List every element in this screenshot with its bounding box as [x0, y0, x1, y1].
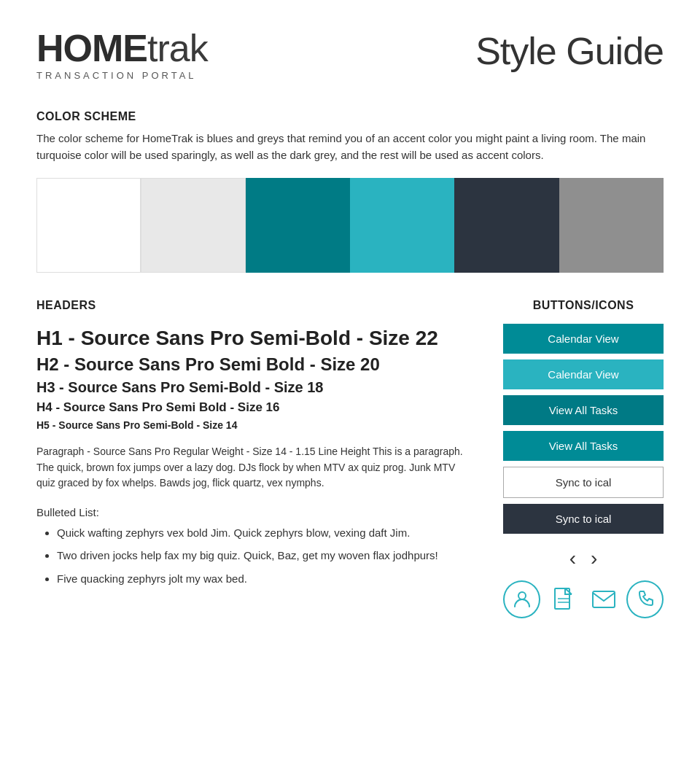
logo-main: HOMEtrak — [36, 29, 208, 67]
btn-row-2: Calendar View — [503, 359, 664, 389]
h1-demo: H1 - Source Sans Pro Semi-Bold - Size 22 — [36, 327, 474, 350]
logo-subtitle: TRANSACTION PORTAL — [36, 70, 208, 81]
logo-trak: trak — [147, 27, 208, 69]
swatch-medium-grey — [559, 178, 664, 273]
list-item: Five quacking zephyrs jolt my wax bed. — [57, 570, 474, 587]
color-swatches — [36, 178, 664, 273]
sync-ical-button-2[interactable]: Sync to ical — [503, 504, 664, 534]
page-header: HOMEtrak TRANSACTION PORTAL Style Guide — [36, 29, 664, 81]
icons-row — [503, 580, 664, 618]
phone-icon[interactable] — [626, 580, 664, 618]
swatch-dark-navy — [454, 178, 559, 273]
buttons-section: BUTTONS/ICONS Calendar View Calendar Vie… — [503, 299, 664, 618]
btn-row-4: View All Tasks — [503, 431, 664, 461]
btn-row-6: Sync to ical — [503, 504, 664, 534]
color-scheme-title: COLOR SCHEME — [36, 110, 664, 123]
right-arrow-icon[interactable]: › — [585, 544, 603, 573]
color-scheme-description: The color scheme for HomeTrak is blues a… — [36, 131, 664, 163]
calendar-view-button-2[interactable]: Calendar View — [503, 359, 664, 389]
page-title: Style Guide — [475, 29, 664, 73]
bulleted-label: Bulleted List: — [36, 506, 474, 518]
swatch-teal-dark — [246, 178, 350, 273]
swatch-light-grey — [141, 178, 245, 273]
two-column-layout: HEADERS H1 - Source Sans Pro Semi-Bold -… — [36, 299, 664, 618]
swatch-teal-light — [350, 178, 454, 273]
btn-row-1: Calendar View — [503, 324, 664, 354]
color-scheme-section: COLOR SCHEME The color scheme for HomeTr… — [36, 110, 664, 273]
buttons-title: BUTTONS/ICONS — [503, 299, 664, 312]
headers-section: HEADERS H1 - Source Sans Pro Semi-Bold -… — [36, 299, 474, 618]
h3-demo: H3 - Source Sans Pro Semi-Bold - Size 18 — [36, 379, 474, 396]
btn-row-5: Sync to ical — [503, 467, 664, 498]
list-item: Quick wafting zephyrs vex bold Jim. Quic… — [57, 524, 474, 541]
h4-demo: H4 - Source Sans Pro Semi Bold - Size 16 — [36, 400, 474, 415]
person-icon[interactable] — [503, 580, 540, 618]
logo-home: HOME — [36, 27, 147, 69]
bulleted-list: Quick wafting zephyrs vex bold Jim. Quic… — [36, 524, 474, 587]
email-icon[interactable] — [586, 582, 621, 617]
nav-arrows: ‹ › — [503, 544, 664, 573]
headers-title: HEADERS — [36, 299, 474, 312]
btn-row-3: View All Tasks — [503, 395, 664, 425]
calendar-view-button-1[interactable]: Calendar View — [503, 324, 664, 354]
list-item: Two driven jocks help fax my big quiz. Q… — [57, 547, 474, 564]
left-arrow-icon[interactable]: ‹ — [564, 544, 582, 573]
document-icon[interactable] — [546, 582, 580, 617]
view-all-tasks-button-2[interactable]: View All Tasks — [503, 431, 664, 461]
swatch-white — [36, 178, 141, 273]
h5-demo: H5 - Source Sans Pro Semi-Bold - Size 14 — [36, 419, 474, 431]
view-all-tasks-button-1[interactable]: View All Tasks — [503, 395, 664, 425]
logo: HOMEtrak TRANSACTION PORTAL — [36, 29, 208, 81]
paragraph-demo: Paragraph - Source Sans Pro Regular Weig… — [36, 444, 474, 491]
sync-ical-button-1[interactable]: Sync to ical — [503, 467, 664, 498]
svg-rect-4 — [593, 591, 615, 607]
h2-demo: H2 - Source Sans Pro Semi Bold - Size 20 — [36, 354, 474, 375]
svg-point-0 — [518, 592, 526, 599]
